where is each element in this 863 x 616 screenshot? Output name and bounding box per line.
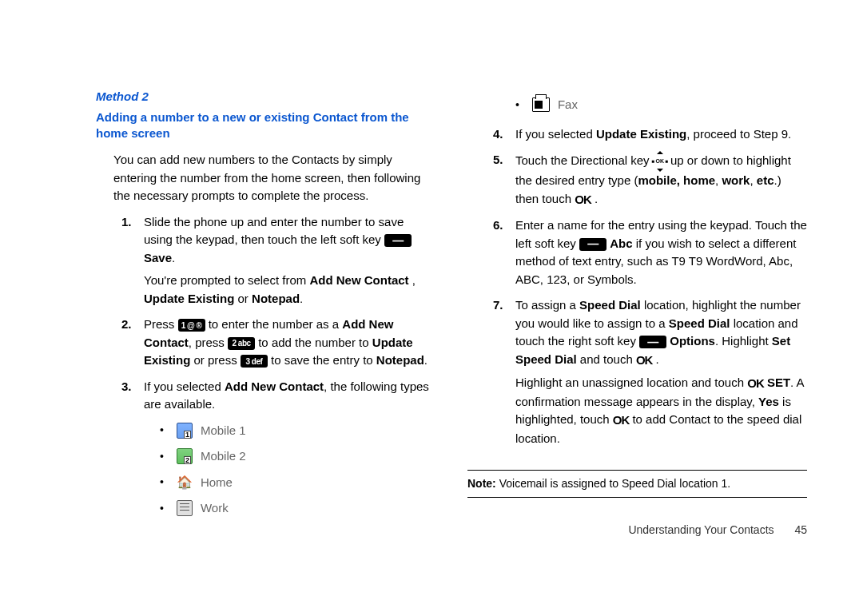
home-icon: 🏠 [177,475,193,490]
fax-icon [532,97,550,112]
note-label: Note: [467,477,496,490]
left-column: Method 2 Adding a number to a new or exi… [96,88,435,539]
type-mobile-1: •Mobile 1 [160,422,435,440]
contact-type-list-cont: •Fax [467,96,807,114]
step-number: 4. [493,125,503,144]
step-7-sub: Highlight an unassigned location and tou… [515,374,807,447]
type-fax: •Fax [515,96,807,114]
left-steps: 1. Slide the phone up and enter the numb… [96,213,435,518]
contact-type-list: •Mobile 1 •Mobile 2 •🏠Home •Work [144,422,435,518]
mobile-1-icon [177,423,193,439]
ok-icon: OK [575,191,591,209]
key-1-icon: 1 @ ® [178,319,205,332]
key-2-icon: 2 abc [228,337,255,350]
step-number: 6. [493,217,503,235]
softkey-dash-icon [579,238,606,251]
note-text: Voicemail is assigned to Speed Dial loca… [496,477,730,490]
step-number: 2. [121,316,132,334]
type-home: •🏠Home [160,474,435,492]
ok-icon: OK [747,375,764,393]
right-steps: 4. If you selected Update Existing, proc… [467,125,807,448]
step-6: 6. Enter a name for the entry using the … [493,217,807,288]
step-3: 3. If you selected Add New Contact, the … [121,378,435,518]
step-1-sub: You're prompted to select from Add New C… [144,272,435,308]
right-column: •Fax 4. If you selected Update Existing,… [467,88,807,539]
section-subhead: Adding a number to a new or existing Con… [96,109,435,142]
step-number: 7. [493,296,503,315]
note-box: Note: Voicemail is assigned to Speed Dia… [467,470,807,498]
step-2: 2. Press 1 @ ® to enter the number as a … [121,316,435,370]
step-text: Slide the phone up and enter the number … [144,215,404,247]
intro-paragraph: You can add new numbers to the Contacts … [113,151,435,205]
section-name: Understanding Your Contacts [628,523,774,536]
step-number: 5. [493,151,503,169]
step-number: 3. [121,378,132,396]
key-3-icon: 3 def [241,355,268,368]
type-mobile-2: •Mobile 2 [160,447,435,466]
page-footer: Understanding Your Contacts 45 [467,522,807,539]
step-1: 1. Slide the phone up and enter the numb… [121,213,435,308]
step-4: 4. If you selected Update Existing, proc… [493,125,807,144]
manual-page: Method 2 Adding a number to a new or exi… [0,0,863,562]
method-title: Method 2 [96,88,435,106]
ok-icon: OK [613,411,630,430]
save-label: Save [144,251,172,264]
softkey-dash-icon [384,234,412,247]
page-number: 45 [794,523,807,536]
mobile-2-icon [177,448,193,464]
softkey-dash-icon [639,336,666,348]
step-7: 7. To assign a Speed Dial location, high… [493,296,807,447]
type-work: •Work [160,499,435,518]
step-number: 1. [121,213,132,232]
ok-icon: OK [636,352,653,370]
directional-key-icon: OK [653,151,667,172]
work-icon [177,500,193,516]
step-5: 5. Touch the Directional key OK up or do… [493,151,807,209]
